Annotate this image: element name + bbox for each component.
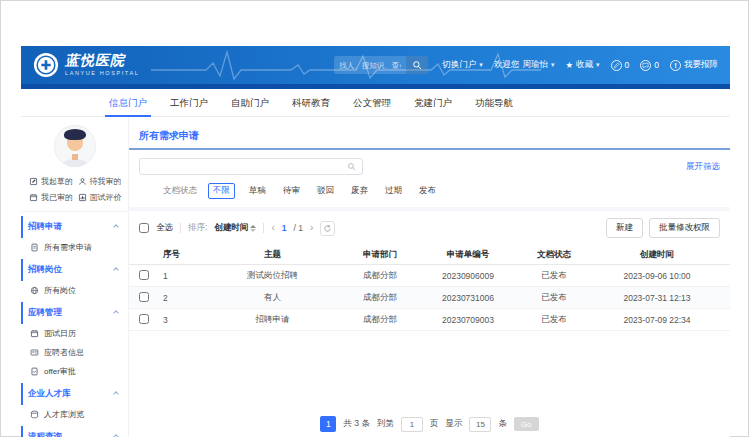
welcome-user-menu[interactable]: 欢迎您 周瑜怡 ▾: [494, 59, 555, 71]
batch-modify-permissions-button[interactable]: 批量修改权限: [649, 218, 720, 238]
row-status: 已发布: [514, 314, 594, 326]
row-department: 成都分部: [338, 314, 422, 326]
favorites-link[interactable]: ★ 收藏 ▾: [565, 59, 599, 71]
row-seq: 1: [163, 271, 207, 281]
prev-page-arrow[interactable]: ‹: [271, 223, 274, 233]
caret-down-icon: ▾: [479, 61, 483, 69]
list-search-row: 展开筛选: [129, 150, 730, 181]
section-enterprise-talent-pool[interactable]: 企业人才库: [21, 383, 128, 405]
database-icon: [30, 410, 39, 419]
id-card-icon: [30, 348, 39, 357]
col-doc-status: 文档状态: [514, 249, 594, 261]
row-department: 成都分部: [338, 270, 422, 282]
page-unit-label: 页: [430, 418, 439, 430]
new-button[interactable]: 新建: [606, 218, 643, 238]
filter-chip-expired[interactable]: 过期: [382, 184, 405, 198]
row-created: 2023-07-31 12:13: [594, 293, 720, 303]
filter-label: 文档状态: [163, 185, 197, 197]
message-badge[interactable]: 0: [640, 60, 659, 71]
hospital-name-en: LANYUE HOSPITAL: [65, 70, 139, 76]
menu-item-interview-calendar[interactable]: 面试日历: [21, 324, 128, 343]
welcome-label: 欢迎您: [494, 59, 520, 71]
next-page-arrow[interactable]: ›: [310, 223, 313, 233]
switch-portal-link[interactable]: 切换门户 ▾: [442, 59, 483, 71]
requests-table: 序号 主题 申请部门 申请单编号 文档状态 创建时间 1 测试岗位招聘 成都分部…: [129, 245, 730, 331]
col-created-time: 创建时间: [594, 249, 720, 261]
quick-link-my-drafts[interactable]: 我起草的: [29, 176, 76, 187]
pagination: 1 共 3 条 到第 页 显示 条 Go: [129, 406, 730, 437]
toolbar-current-page: 1: [282, 223, 287, 233]
filter-chip-unlimited[interactable]: 不限: [208, 183, 235, 199]
tab-selfservice-portal[interactable]: 自助门户: [229, 89, 271, 117]
table-row[interactable]: 3 招聘申请 成都分部 20230709003 已发布 2023-07-09 2…: [129, 309, 730, 331]
filter-chip-rejected[interactable]: 驳回: [314, 184, 337, 198]
menu-item-applicant-info[interactable]: 应聘者信息: [21, 343, 128, 362]
go-button[interactable]: Go: [514, 417, 539, 431]
quick-links: 我起草的 待我审的 我已审的 面试评价: [21, 174, 128, 212]
page-1-button[interactable]: 1: [320, 416, 336, 432]
row-subject[interactable]: 有人: [207, 292, 338, 304]
row-subject[interactable]: 招聘申请: [207, 314, 338, 326]
screenshot-frame: 蓝悦医院 LANYUE HOSPITAL 切换门户 ▾ 欢迎您 周瑜怡 ▾ ★ …: [0, 0, 749, 437]
section-process-query[interactable]: 流程查询: [21, 426, 128, 437]
row-seq: 3: [163, 315, 207, 325]
section-recruitment-application[interactable]: 招聘申请: [21, 216, 128, 238]
section-recruitment-positions[interactable]: 招聘岗位: [21, 259, 128, 281]
list-search-input[interactable]: [146, 162, 347, 172]
quick-link-reviewed-by-me[interactable]: 我已审的: [29, 192, 76, 203]
expand-filter-link[interactable]: 展开筛选: [686, 161, 720, 173]
pencil-icon: [611, 60, 622, 71]
todo-badge[interactable]: 0: [611, 60, 630, 71]
menu-item-all-positions[interactable]: 所有岗位: [21, 281, 128, 300]
evaluation-chart-icon: [78, 193, 87, 202]
list-search-box: [139, 158, 363, 175]
global-search-button[interactable]: [406, 56, 428, 74]
search-icon[interactable]: [347, 162, 356, 171]
refresh-button[interactable]: [320, 221, 335, 236]
table-row[interactable]: 1 测试岗位招聘 成都分部 20230906009 已发布 2023-09-06…: [129, 265, 730, 287]
row-checkbox[interactable]: [139, 270, 149, 280]
tab-info-portal[interactable]: 信息门户: [107, 89, 149, 117]
filter-chip-draft[interactable]: 草稿: [246, 184, 269, 198]
star-icon: ★: [565, 60, 573, 70]
table-row[interactable]: 2 有人 成都分部 20230731006 已发布 2023-07-31 12:…: [129, 287, 730, 309]
row-checkbox[interactable]: [139, 314, 149, 324]
filter-chip-discarded[interactable]: 废弃: [348, 184, 371, 198]
row-form-number: 20230731006: [422, 293, 514, 303]
tab-research-education[interactable]: 科研教育: [290, 89, 332, 117]
quick-link-pending-my-review[interactable]: 待我审的: [78, 176, 125, 187]
sort-field[interactable]: 创建时间: [214, 222, 256, 234]
section-application-management[interactable]: 应聘管理: [21, 302, 128, 324]
tab-document-management[interactable]: 公文管理: [351, 89, 393, 117]
menu-item-all-demand-applications[interactable]: 所有需求申请: [21, 238, 128, 257]
sidebar-menu: 招聘申请 所有需求申请 招聘岗位 所有岗位 应聘管理: [21, 212, 128, 437]
filter-chip-published[interactable]: 发布: [416, 184, 439, 198]
page-body: 我起草的 待我审的 我已审的 面试评价 招聘申请: [21, 117, 730, 437]
toolbar-total-pages: / 1: [293, 223, 302, 233]
sort-label: 排序:: [188, 222, 207, 234]
row-subject[interactable]: 测试岗位招聘: [207, 270, 338, 282]
tab-party-portal[interactable]: 党建门户: [412, 89, 454, 117]
app-header: 蓝悦医院 LANYUE HOSPITAL 切换门户 ▾ 欢迎您 周瑜怡 ▾ ★ …: [21, 46, 730, 84]
header-user-links: 切换门户 ▾ 欢迎您 周瑜怡 ▾ ★ 收藏 ▾ 0 0 !: [442, 59, 718, 71]
tab-function-navigation[interactable]: 功能导航: [473, 89, 515, 117]
global-search-input[interactable]: [334, 61, 406, 70]
row-checkbox[interactable]: [139, 292, 149, 302]
goto-page-input[interactable]: [401, 417, 423, 432]
check-doc-icon: [30, 367, 39, 376]
chevron-up-icon: [113, 224, 119, 230]
filter-chip-pending[interactable]: 待审: [280, 184, 303, 198]
menu-item-offer-approval[interactable]: offer审批: [21, 362, 128, 381]
page-size-input[interactable]: [469, 417, 491, 432]
menu-item-talent-pool-browse[interactable]: 人才库浏览: [21, 405, 128, 424]
list-toolbar: 全选 排序: 创建时间 ‹ 1 / 1 ›: [129, 211, 730, 245]
select-all-checkbox[interactable]: [139, 223, 149, 233]
quick-link-interview-evaluation[interactable]: 面试评价: [78, 192, 125, 203]
hospital-name: 蓝悦医院: [65, 54, 139, 68]
sort-arrows-icon: [250, 225, 256, 232]
tab-work-portal[interactable]: 工作门户: [168, 89, 210, 117]
report-fault-link[interactable]: ! 我要报障: [670, 59, 718, 71]
page-title: 所有需求申请: [139, 130, 199, 141]
chevron-up-icon: [113, 391, 119, 397]
avatar[interactable]: [54, 125, 96, 167]
